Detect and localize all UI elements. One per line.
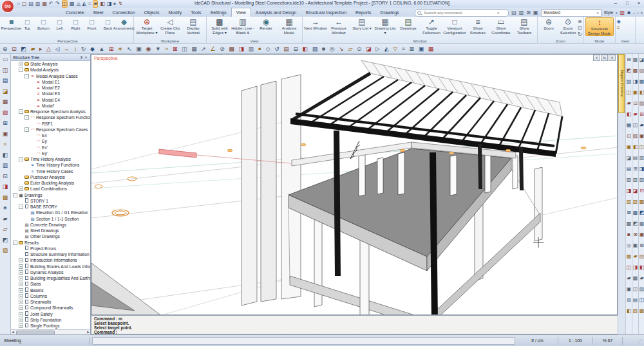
tree-item[interactable]: + Strip Foundation — [11, 317, 90, 323]
tree-expander[interactable]: - — [19, 68, 23, 72]
tree-expander[interactable]: + — [19, 294, 23, 298]
right-tool-icon[interactable]: ◪ — [633, 188, 638, 194]
style-label[interactable]: Style — [604, 10, 613, 15]
drawing-tool-icon[interactable]: ■ — [322, 46, 325, 52]
ribbon-button[interactable]: Zoom — [539, 17, 558, 31]
right-tool-icon[interactable]: ▨ — [639, 286, 644, 292]
right-tool-icon[interactable]: ◎ — [627, 242, 631, 248]
tree-expander[interactable]: + — [19, 62, 23, 66]
ribbon-button[interactable]: Render — [254, 17, 278, 31]
ribbon-button[interactable]: Axonometric — [116, 17, 132, 31]
tree-item[interactable]: + Load Combinations — [11, 186, 90, 192]
drawing-tool-icon[interactable]: ▰ — [30, 46, 35, 52]
drawing-tool-icon[interactable]: ⊠ — [410, 46, 415, 52]
right-tool-icon[interactable]: ▨ — [639, 100, 644, 106]
right-tool-icon[interactable]: ▣ — [639, 232, 644, 237]
tree-expander[interactable]: + — [19, 318, 23, 322]
right-tool-icon[interactable]: ◨ — [633, 264, 638, 270]
close-icon[interactable]: × — [84, 55, 88, 59]
right-tool-icon[interactable]: ▣ — [639, 133, 644, 139]
tree-expander[interactable]: + — [19, 305, 23, 310]
right-tool-icon[interactable]: ◫ — [627, 89, 632, 95]
right-tool-icon[interactable]: ◨ — [627, 188, 632, 194]
right-tool-icon[interactable]: ◧ — [639, 89, 644, 95]
tree-item[interactable]: Structure Summary Information — [11, 251, 90, 257]
tree-item[interactable]: Modal' — [11, 103, 90, 109]
tree-expander[interactable] — [30, 91, 35, 96]
status-units[interactable]: tf / cm — [517, 337, 558, 345]
left-tool-icon[interactable]: ▱ — [3, 226, 8, 232]
pin-icon[interactable]: ⊼ — [79, 55, 84, 60]
viewport-corner-button[interactable]: V — [609, 55, 616, 61]
scroll-right-icon[interactable]: ▶ — [87, 330, 90, 334]
status-scale[interactable]: 1 : 100 — [558, 337, 593, 345]
drawing-tool-icon[interactable]: ▥ — [249, 46, 254, 52]
tree-item[interactable]: Ey — [11, 138, 90, 144]
drawing-tool-icon[interactable]: △ — [46, 46, 51, 52]
tree-item[interactable]: - Results — [11, 240, 90, 246]
right-tool-icon[interactable]: ▤ — [639, 253, 644, 259]
tree-item[interactable]: Ex — [11, 132, 90, 138]
tree-item[interactable]: Concrete Drawings — [11, 222, 90, 228]
right-tool-icon[interactable]: ▥ — [627, 199, 632, 205]
mdi-window-button[interactable]: × — [640, 11, 643, 15]
ribbon-button[interactable]: Analysis Model — [278, 17, 301, 35]
left-tool-icon[interactable]: ◩ — [3, 237, 8, 243]
tree-expander[interactable]: + — [19, 282, 23, 286]
tree-item[interactable]: + Beams — [11, 287, 90, 293]
drawing-tool-icon[interactable]: ↺ — [274, 46, 279, 52]
drawing-tool-icon[interactable]: ◇ — [266, 46, 270, 52]
drawing-tool-icon[interactable]: ▽ — [393, 46, 397, 52]
tree-item[interactable]: STORY 1 — [11, 198, 90, 204]
tree-item[interactable]: + Slabs — [11, 281, 90, 287]
ribbon-button[interactable]: Next Window — [304, 17, 327, 31]
left-tool-icon[interactable]: ▣ — [3, 131, 8, 137]
right-tool-icon[interactable]: ⊞ — [627, 57, 631, 62]
drawing-tool-icon[interactable]: ▷ — [375, 46, 380, 52]
tree-expander[interactable] — [19, 175, 23, 179]
tree-expander[interactable]: + — [19, 187, 23, 191]
menu-tab[interactable]: Structural Inspection — [301, 8, 351, 17]
viewport-corner-button[interactable]: N — [601, 55, 608, 61]
drawing-tool-icon[interactable]: ◩ — [21, 46, 26, 52]
layout-icon[interactable]: ▣ — [533, 10, 538, 15]
right-tool-icon[interactable]: ▤ — [639, 68, 644, 73]
tree-expander[interactable] — [30, 133, 35, 138]
resize-grip-icon[interactable]: ⋰ — [638, 338, 643, 343]
right-tool-icon[interactable]: ▦ — [639, 78, 644, 84]
tree-expander[interactable] — [24, 163, 29, 167]
drawing-tool-icon[interactable]: ◁ — [55, 46, 60, 52]
right-tool-icon[interactable]: ▰ — [627, 100, 630, 106]
right-tool-icon[interactable]: ▥ — [633, 177, 638, 183]
tree-item[interactable]: + Compound Shearwalls — [11, 305, 90, 311]
right-tool-icon[interactable]: ◫ — [627, 264, 632, 270]
ribbon-button[interactable]: Bottom — [35, 17, 52, 31]
right-tool-icon[interactable]: ▰ — [639, 275, 643, 281]
drawing-tool-icon[interactable]: ▣ — [136, 46, 142, 52]
tree-expander[interactable]: + — [19, 276, 23, 280]
tree-item[interactable]: RSF1 — [11, 121, 90, 127]
right-tool-icon[interactable]: ▩ — [627, 221, 632, 226]
tree-expander[interactable] — [30, 122, 35, 126]
right-tool-icon[interactable]: ⊞ — [633, 166, 638, 172]
tree-expander[interactable] — [19, 223, 23, 227]
zoom-small-icon[interactable] — [578, 19, 582, 24]
right-tool-icon[interactable]: ▩ — [633, 275, 638, 281]
right-tool-icon[interactable]: ▧ — [633, 199, 638, 205]
right-tool-icon[interactable]: ▨ — [633, 133, 638, 139]
tree-expander[interactable] — [30, 104, 35, 108]
ribbon-button[interactable]: Solid with Edges ▾ — [208, 17, 231, 35]
right-tool-icon[interactable]: ◧ — [627, 308, 632, 314]
window-control-button[interactable]: × — [635, 1, 643, 5]
left-tool-icon[interactable]: ▩ — [3, 194, 8, 201]
ribbon-button[interactable]: Story List ▾ — [350, 17, 374, 31]
tree-expander[interactable] — [19, 199, 23, 203]
tree-expander[interactable] — [19, 252, 23, 257]
left-tool-icon[interactable]: ▧ — [3, 109, 8, 116]
tree-item[interactable]: Section 1 / 1-1 Section — [11, 216, 90, 222]
search-dropdown-caret[interactable]: ▾ — [497, 11, 499, 15]
ribbon-button[interactable]: Drawings — [397, 17, 420, 31]
tree-item[interactable]: + Building Irregularities And Earthquake — [11, 275, 90, 281]
left-tool-icon[interactable]: ◫ — [3, 67, 8, 73]
drawing-tool-icon[interactable]: ● — [258, 46, 261, 52]
